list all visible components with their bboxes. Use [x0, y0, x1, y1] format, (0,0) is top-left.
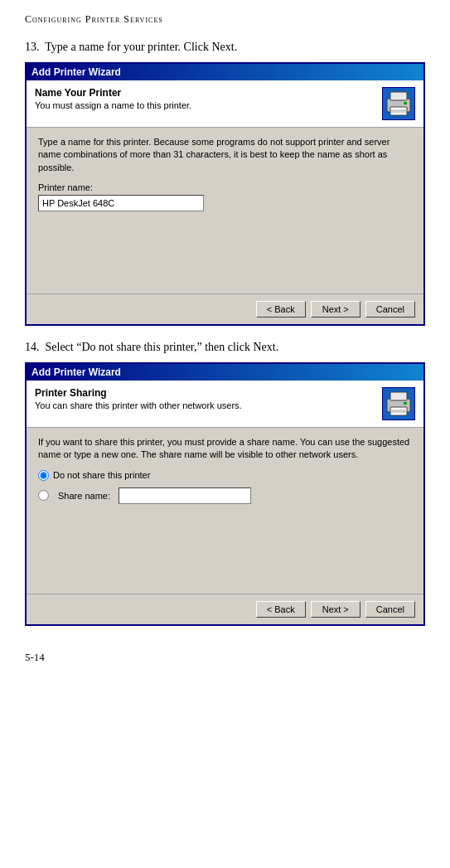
cancel-button-14[interactable]: Cancel: [365, 601, 415, 618]
wizard-title-13: Add Printer Wizard: [31, 66, 121, 78]
page-number: 5-14: [25, 651, 45, 663]
svg-rect-3: [404, 102, 407, 104]
step-14: 14. Select “Do not share this printer,” …: [25, 341, 425, 626]
svg-rect-7: [390, 392, 407, 400]
svg-rect-1: [390, 92, 407, 100]
wizard-title-14: Add Printer Wizard: [31, 366, 121, 378]
next-button-13[interactable]: Next >: [311, 301, 360, 318]
printer-name-input[interactable]: [38, 195, 204, 211]
wizard-icon-14: [382, 387, 415, 420]
back-button-14[interactable]: < Back: [256, 601, 306, 618]
page-header: Configuring Printer Services: [25, 13, 425, 26]
wizard-header-title-14: Printer Sharing: [35, 387, 375, 399]
printer-name-field-group: Printer name:: [38, 182, 412, 211]
wizard-header-title-13: Name Your Printer: [35, 87, 375, 99]
wizard-content-14: If you want to share this printer, you m…: [27, 428, 423, 594]
wizard-footer-13: < Back Next > Cancel: [27, 293, 423, 324]
wizard-header-subtitle-13: You must assign a name to this printer.: [35, 100, 375, 110]
wizard-titlebar-13: Add Printer Wizard: [27, 64, 423, 80]
step-13-label: 13. Type a name for your printer. Click …: [25, 41, 425, 54]
svg-rect-2: [390, 107, 407, 115]
radio-share[interactable]: [38, 490, 49, 501]
step-14-label: 14. Select “Do not share this printer,” …: [25, 341, 425, 354]
radio-group-14: Do not share this printer Share name:: [38, 470, 412, 504]
wizard-window-14: Add Printer Wizard Printer Sharing You c…: [25, 362, 425, 626]
printer-name-label: Printer name:: [38, 182, 412, 192]
wizard-header-subtitle-14: You can share this printer with other ne…: [35, 400, 375, 410]
share-name-label: Share name:: [58, 491, 110, 501]
wizard-window-13: Add Printer Wizard Name Your Printer You…: [25, 62, 425, 326]
radio-no-share[interactable]: [38, 470, 49, 481]
wizard-header-text-14: Printer Sharing You can share this print…: [35, 387, 375, 410]
radio-no-share-label: Do not share this printer: [53, 470, 150, 480]
next-button-14[interactable]: Next >: [311, 601, 360, 618]
step-13: 13. Type a name for your printer. Click …: [25, 41, 425, 326]
wizard-content-13: Type a name for this printer. Because so…: [27, 128, 423, 293]
wizard-header-text-13: Name Your Printer You must assign a name…: [35, 87, 375, 110]
radio-no-share-item[interactable]: Do not share this printer: [38, 470, 412, 481]
wizard-footer-14: < Back Next > Cancel: [27, 594, 423, 624]
wizard-header-13: Name Your Printer You must assign a name…: [27, 80, 423, 128]
wizard-header-14: Printer Sharing You can share this print…: [27, 381, 423, 428]
share-name-input[interactable]: [119, 487, 251, 504]
wizard-icon-13: [382, 87, 415, 120]
back-button-13[interactable]: < Back: [256, 301, 306, 318]
wizard-description-14: If you want to share this printer, you m…: [38, 436, 412, 462]
svg-rect-8: [390, 407, 407, 415]
wizard-description-13: Type a name for this printer. Because so…: [38, 136, 412, 174]
page-footer: 5-14: [25, 651, 425, 664]
cancel-button-13[interactable]: Cancel: [365, 301, 415, 318]
radio-share-item[interactable]: Share name:: [38, 487, 412, 504]
wizard-titlebar-14: Add Printer Wizard: [27, 364, 423, 381]
svg-rect-9: [404, 402, 407, 405]
